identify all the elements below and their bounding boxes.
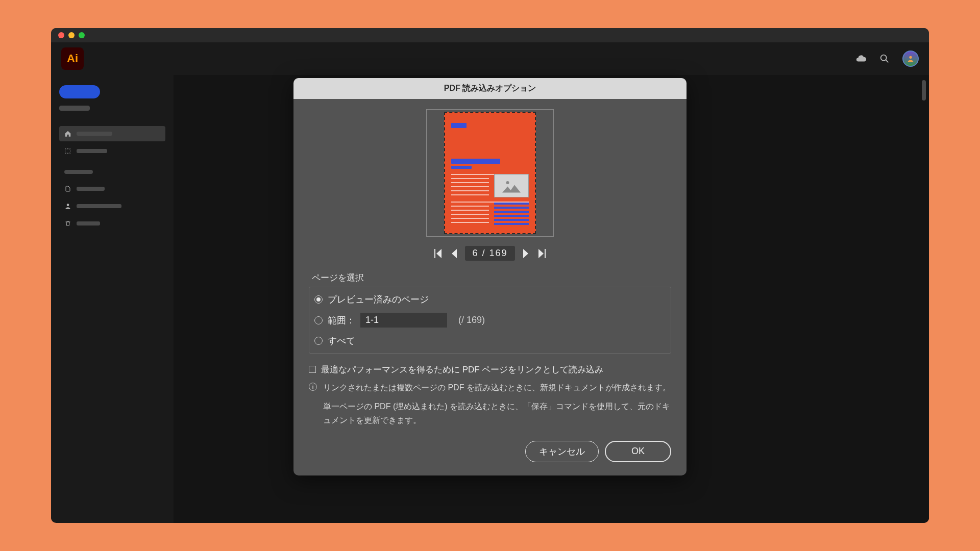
link-pages-checkbox[interactable]: 最適なパフォーマンスを得るために PDF ページをリンクとして読み込み [309, 364, 671, 375]
info-text: リンクされたまたは複数ページの PDF を読み込むときに、新規ドキュメントが作成… [323, 381, 671, 394]
radio-label: 範囲： [328, 314, 355, 327]
radio-previewed[interactable]: プレビュー済みのページ [314, 293, 666, 306]
svg-point-2 [67, 204, 69, 206]
radio-label: プレビュー済みのページ [328, 293, 429, 306]
sidebar-section [64, 170, 93, 174]
radio-all[interactable]: すべて [314, 335, 666, 347]
svg-rect-4 [434, 249, 435, 258]
sidebar-item-trash[interactable] [59, 216, 165, 231]
cancel-button[interactable]: キャンセル [525, 441, 599, 462]
radio-icon [314, 316, 323, 324]
sparkle-icon [64, 147, 71, 155]
prev-page-button[interactable] [451, 249, 457, 258]
total-pages: 169 [489, 248, 508, 258]
checkbox-icon [309, 366, 316, 373]
sidebar-item-label [77, 221, 100, 226]
sidebar-pill[interactable] [59, 85, 100, 98]
info-icon: i [309, 383, 317, 391]
pdf-import-dialog: PDF 読み込みオプション [293, 78, 687, 475]
range-total: (/ 169) [458, 315, 485, 325]
sidebar-item-label [77, 187, 105, 191]
window-titlebar [51, 28, 929, 42]
info-note-2: 単一ページの PDF (埋め込まれた) を読み込むときに、「保存」コマンドを使用… [309, 399, 671, 427]
dialog-title: PDF 読み込みオプション [293, 78, 687, 99]
svg-point-3 [506, 181, 509, 184]
radio-label: すべて [328, 335, 355, 347]
trash-icon [64, 220, 71, 227]
sidebar-item-shared[interactable] [59, 198, 165, 214]
cloud-icon[interactable] [855, 53, 867, 64]
page-navigator: 6 / 169 [309, 246, 671, 261]
sidebar-skel [59, 106, 90, 111]
info-note: i リンクされたまたは複数ページの PDF を読み込むときに、新規ドキュメントが… [309, 381, 671, 394]
sidebar-item-label [77, 132, 112, 136]
current-page: 6 [472, 248, 478, 258]
last-page-button[interactable] [537, 249, 546, 258]
sidebar-item-label [77, 204, 121, 208]
dialog-body: 6 / 169 ページを選択 プレビュー済みのページ 範囲： (/ 169) [293, 99, 687, 475]
person-icon [64, 203, 71, 210]
window-close-dot[interactable] [58, 32, 64, 38]
svg-rect-5 [545, 249, 546, 258]
page-preview-frame [309, 109, 671, 237]
sidebar-item-files[interactable] [59, 181, 165, 196]
radio-icon [314, 337, 323, 345]
preview-page [444, 112, 536, 234]
radio-range[interactable]: 範囲： (/ 169) [314, 313, 666, 328]
top-toolbar: Ai [51, 42, 929, 75]
sidebar-item-learn[interactable] [59, 143, 165, 159]
app-window: Ai [51, 28, 929, 523]
page-select-label: ページを選択 [309, 272, 671, 284]
search-icon[interactable] [879, 53, 890, 64]
dialog-buttons: キャンセル OK [309, 441, 671, 462]
preview-frame [426, 109, 554, 237]
page-select-group: プレビュー済みのページ 範囲： (/ 169) すべて [309, 287, 671, 354]
next-page-button[interactable] [523, 249, 529, 258]
checkbox-label: 最適なパフォーマンスを得るために PDF ページをリンクとして読み込み [321, 364, 603, 375]
svg-point-1 [909, 56, 912, 59]
sidebar [51, 75, 174, 523]
range-input[interactable] [360, 313, 447, 328]
toolbar-right [855, 51, 919, 67]
info-text: 単一ページの PDF (埋め込まれた) を読み込むときに、「保存」コマンドを使用… [309, 399, 671, 427]
image-placeholder-icon [494, 174, 529, 197]
file-icon [64, 185, 71, 192]
ok-button[interactable]: OK [605, 441, 671, 462]
window-minimize-dot[interactable] [68, 32, 75, 38]
first-page-button[interactable] [434, 249, 443, 258]
page-indicator[interactable]: 6 / 169 [465, 246, 514, 261]
scrollbar[interactable] [922, 80, 926, 101]
user-avatar[interactable] [902, 51, 919, 67]
window-zoom-dot[interactable] [79, 32, 85, 38]
home-icon [64, 130, 71, 137]
radio-icon [314, 295, 323, 304]
svg-point-0 [881, 55, 887, 61]
app-logo: Ai [61, 47, 84, 70]
sidebar-item-label [77, 149, 107, 153]
sidebar-item-home[interactable] [59, 126, 165, 141]
